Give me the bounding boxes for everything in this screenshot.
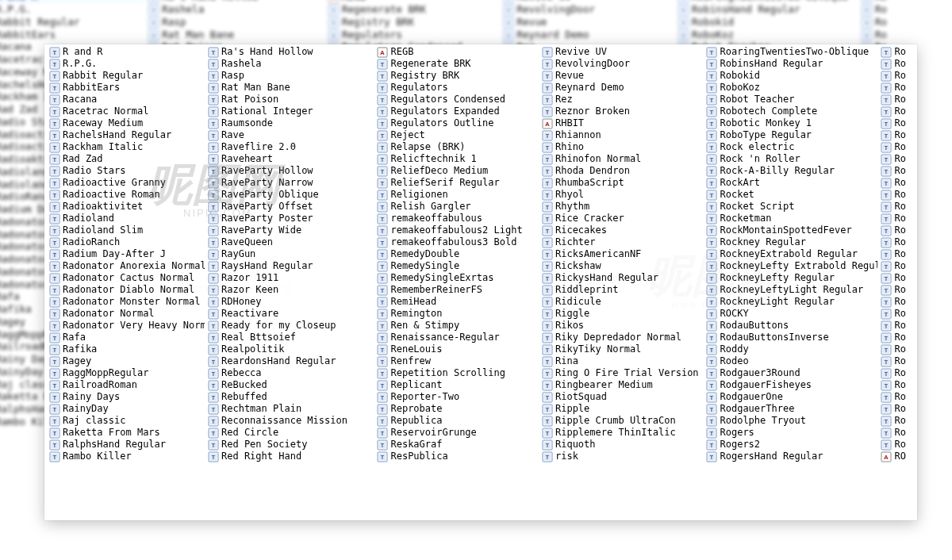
file-item[interactable]: TRed Circle [208, 427, 374, 439]
file-item[interactable]: TRo [881, 153, 912, 165]
file-item[interactable]: TRhumbaScript [542, 177, 704, 189]
file-item[interactable]: TRockneyLefty Regular [706, 272, 877, 284]
file-item[interactable]: TRocketman [706, 213, 877, 224]
file-item[interactable]: TR and R [49, 46, 205, 58]
file-item[interactable]: TRodgauerThree [706, 403, 877, 415]
file-item[interactable]: TRadioactive Roman [49, 189, 205, 201]
file-item[interactable]: TRealpolitik [208, 343, 374, 355]
file-item[interactable]: TReznor Broken [542, 105, 704, 117]
file-item[interactable]: TRazor 1911 [208, 272, 374, 284]
file-item[interactable]: TReliefSerif Regular [377, 177, 539, 189]
file-item[interactable]: TRockney Regular [706, 236, 877, 248]
file-item[interactable]: TRaveheart [208, 153, 374, 165]
file-item[interactable]: TReconnaissance Mission [208, 415, 374, 427]
file-item[interactable]: TRemedyDouble [377, 248, 539, 260]
file-item[interactable]: TRen & Stimpy [377, 320, 539, 332]
file-item[interactable]: TRacana [49, 94, 205, 105]
file-item[interactable]: TRaveParty Offset [208, 201, 374, 213]
file-item[interactable]: TRiggle [542, 308, 704, 320]
file-item[interactable]: TRo [881, 343, 912, 355]
file-item[interactable]: TRaysHand Regular [208, 260, 374, 272]
file-item[interactable]: TRadio Stars [49, 165, 205, 177]
file-item[interactable]: TRadioactive Granny [49, 177, 205, 189]
file-item[interactable]: TRo [881, 296, 912, 308]
file-item[interactable]: TRadonator Anorexia Normal [49, 260, 205, 272]
file-item[interactable]: TReardonsHand Regular [208, 355, 374, 367]
file-item[interactable]: TRelapse (BRK) [377, 141, 539, 153]
file-item[interactable]: TRational Integer [208, 105, 374, 117]
file-item[interactable]: TRocket [706, 189, 877, 201]
file-item[interactable]: AREGB [377, 46, 539, 58]
file-item[interactable]: TRegulators Expanded [377, 105, 539, 117]
file-item[interactable]: TRaveParty Poster [208, 213, 374, 224]
file-item[interactable]: TRevive UV [542, 46, 704, 58]
file-item[interactable]: TRo [881, 213, 912, 224]
file-item[interactable]: TRaj classic [49, 415, 205, 427]
file-item[interactable]: TRichter [542, 236, 704, 248]
file-item[interactable]: TReactivare [208, 308, 374, 320]
file-item[interactable]: TRemiHead [377, 296, 539, 308]
file-item[interactable]: TRikyTiky Normal [542, 343, 704, 355]
file-item[interactable]: TRhoda Dendron [542, 165, 704, 177]
file-item[interactable]: TRipple [542, 403, 704, 415]
file-item[interactable]: TRemedySingleExrtas [377, 272, 539, 284]
file-item[interactable]: TRaggMoppRegular [49, 367, 205, 379]
file-item[interactable]: TRat Poison [208, 94, 374, 105]
file-item[interactable]: TRo [881, 320, 912, 332]
file-item[interactable]: TRememberReinerFS [377, 284, 539, 296]
file-item[interactable]: TRo [881, 379, 912, 391]
file-item[interactable]: TRogers2 [706, 439, 877, 451]
file-item[interactable]: TRo [881, 165, 912, 177]
file-item[interactable]: TRhinofon Normal [542, 153, 704, 165]
file-item[interactable]: TRayGun [208, 248, 374, 260]
file-item[interactable]: Tremakeoffabulous3 Bold [377, 236, 539, 248]
file-item[interactable]: TReservoirGrunge [377, 427, 539, 439]
file-item[interactable]: TRabbit Regular [49, 70, 205, 82]
file-item[interactable]: TRo [881, 117, 912, 129]
file-item[interactable]: TRiquoth [542, 439, 704, 451]
file-item[interactable]: Trisk [542, 451, 704, 462]
file-item[interactable]: TRogers [706, 427, 877, 439]
file-item[interactable]: TRoboKoz [706, 82, 877, 94]
file-item[interactable]: TReporter-Two [377, 391, 539, 403]
file-item[interactable]: TRadioRanch [49, 236, 205, 248]
file-item[interactable]: TRo [881, 201, 912, 213]
file-item[interactable]: TRelish Gargler [377, 201, 539, 213]
file-item[interactable]: TRodauButtonsInverse [706, 332, 877, 343]
file-item[interactable]: TReplicant [377, 379, 539, 391]
file-item[interactable]: TRiddleprint [542, 284, 704, 296]
file-item[interactable]: TRodeo [706, 355, 877, 367]
file-item[interactable]: TRobinsHand Regular [706, 58, 877, 70]
file-item[interactable]: ARO [881, 451, 912, 462]
file-item[interactable]: Tremakeoffabulous2 Light [377, 224, 539, 236]
file-item[interactable]: TRadioland [49, 213, 205, 224]
file-item[interactable]: TRegulators Outline [377, 117, 539, 129]
file-item[interactable]: TRaceway Medium [49, 117, 205, 129]
file-item[interactable]: TReligionen [377, 189, 539, 201]
file-item[interactable]: TReBucked [208, 379, 374, 391]
file-item[interactable]: TRodgauerFisheyes [706, 379, 877, 391]
file-item[interactable]: TRodgauer3Round [706, 367, 877, 379]
file-item[interactable]: TRadonator Cactus Normal [49, 272, 205, 284]
file-item[interactable]: TRadioland Slim [49, 224, 205, 236]
file-item[interactable]: TRobotech Complete [706, 105, 877, 117]
file-item[interactable]: TRodauButtons [706, 320, 877, 332]
file-item[interactable]: TRafa [49, 332, 205, 343]
file-item[interactable]: TRiotSquad [542, 391, 704, 403]
file-item[interactable]: TRailroadRoman [49, 379, 205, 391]
file-item[interactable]: TRo [881, 105, 912, 117]
file-item[interactable]: TRainyDay [49, 403, 205, 415]
file-item[interactable]: TRechtman Plain [208, 403, 374, 415]
file-item[interactable]: TReject [377, 129, 539, 141]
file-item[interactable]: TRadonator Normal [49, 308, 205, 320]
file-item[interactable]: TReliefDeco Medium [377, 165, 539, 177]
file-item[interactable]: TRidicule [542, 296, 704, 308]
file-item[interactable]: TRo [881, 141, 912, 153]
file-item[interactable]: TRDHoney [208, 296, 374, 308]
file-item[interactable]: TRina [542, 355, 704, 367]
file-item[interactable]: TRasp [208, 70, 374, 82]
file-item[interactable]: TRadonator Diablo Normal [49, 284, 205, 296]
file-item[interactable]: TResPublica [377, 451, 539, 462]
file-item[interactable]: TRo [881, 367, 912, 379]
file-item[interactable]: TRobot Teacher [706, 94, 877, 105]
